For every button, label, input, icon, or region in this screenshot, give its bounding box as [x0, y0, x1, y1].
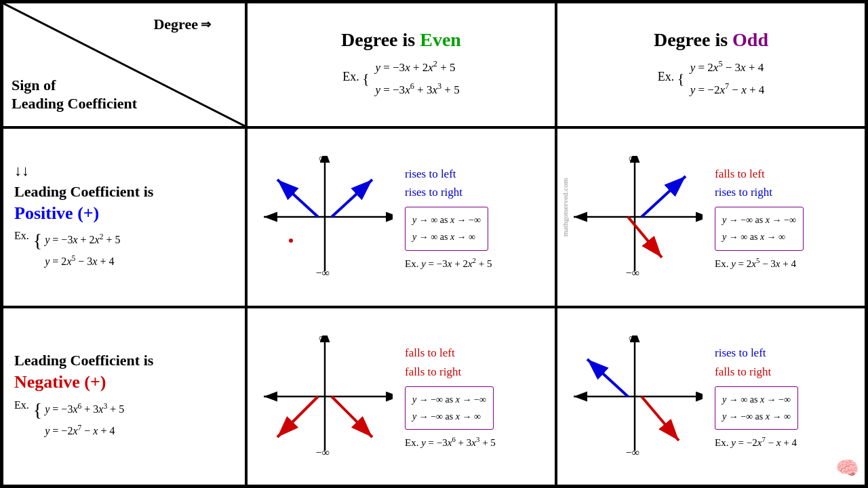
- positive-odd-graph: ∞ −∞: [560, 131, 709, 303]
- even-eq1: y = −3x + 2x2 + 5: [375, 56, 459, 78]
- svg-text:−∞: −∞: [316, 267, 330, 278]
- svg-line-18: [277, 396, 318, 437]
- negative-title: Leading Coefficient is Negative (+): [14, 351, 234, 393]
- ne-example: Ex. y = −3x6 + 3x3 + 5: [405, 435, 496, 449]
- main-grid: Sign ofLeading Coefficient Degree ⇒ Degr…: [0, 0, 868, 488]
- svg-text:−∞: −∞: [626, 267, 639, 278]
- positive-eq2: y = 2x5 − 3x + 4: [45, 251, 120, 272]
- svg-point-7: [289, 239, 293, 243]
- po-behavior2: rises to right: [715, 186, 772, 199]
- svg-line-19: [332, 396, 372, 437]
- svg-text:∞: ∞: [319, 336, 326, 344]
- negative-word: Negative (+): [14, 372, 106, 392]
- svg-text:−∞: −∞: [316, 447, 330, 458]
- positive-even-info: rises to left rises to right y → ∞ as x …: [399, 131, 552, 303]
- no-limit1: y → ∞ as x → −∞: [722, 391, 791, 408]
- header-cell: Sign ofLeading Coefficient Degree ⇒: [2, 2, 246, 127]
- ne-limit2: y → −∞ as x → ∞: [412, 408, 486, 425]
- negative-eq1: y = −3x6 + 3x3 + 5: [45, 399, 124, 420]
- svg-text:∞: ∞: [629, 156, 636, 164]
- positive-even-behavior: rises to left rises to right: [405, 165, 462, 201]
- odd-word: Odd: [732, 29, 768, 50]
- negative-odd-limits: y → ∞ as x → −∞ y → −∞ as x → ∞: [715, 386, 798, 430]
- odd-eq2: y = −2x7 − x + 4: [690, 79, 765, 100]
- positive-example: Ex. { y = −3x + 2x2 + 5 y = 2x5 − 3x + 4: [14, 230, 234, 272]
- svg-line-24: [587, 359, 628, 396]
- positive-odd-behavior: falls to left rises to right: [715, 165, 772, 201]
- ne-behavior2: falls to right: [405, 365, 461, 378]
- positive-odd-cell: ∞ −∞ falls to left rises to right y → −∞…: [556, 127, 866, 307]
- no-behavior1: rises to left: [715, 346, 766, 359]
- pe-example: Ex. y = −3x + 2x2 + 5: [405, 256, 492, 270]
- negative-eq2: y = −2x7 − x + 4: [45, 421, 124, 441]
- sign-label: Sign ofLeading Coefficient: [12, 77, 137, 113]
- positive-even-graph: ∞ −∞: [250, 131, 399, 303]
- degree-label: Degree ⇒: [153, 16, 211, 33]
- positive-even-axes: ∞ −∞: [257, 156, 393, 278]
- negative-desc: Leading Coefficient is Negative (+) Ex. …: [2, 307, 246, 487]
- svg-line-25: [642, 396, 679, 441]
- ne-limit1: y → −∞ as x → −∞: [412, 391, 486, 408]
- negative-odd-axes: ∞ −∞: [567, 336, 703, 458]
- positive-odd-axes: ∞ −∞: [567, 156, 703, 278]
- pe-behavior1: rises to left: [405, 167, 456, 180]
- pe-limit1: y → ∞ as x → −∞: [412, 211, 481, 228]
- negative-odd-behavior: rises to left falls to right: [715, 344, 771, 380]
- positive-eq1: y = −3x + 2x2 + 5: [45, 230, 120, 250]
- brain-icon: 🧠: [835, 457, 859, 479]
- positive-desc: ↓↓ Leading Coefficient is Positive (+) E…: [2, 127, 246, 307]
- no-limit2: y → −∞ as x → ∞: [722, 408, 791, 425]
- po-limit1: y → −∞ as x → −∞: [722, 211, 796, 228]
- negative-odd-graph: ∞ −∞: [560, 311, 709, 483]
- svg-line-12: [642, 176, 686, 217]
- even-eq2: y = −3x6 + 3x3 + 5: [375, 79, 459, 100]
- po-example: Ex. y = 2x5 − 3x + 4: [715, 256, 796, 270]
- positive-title: Leading Coefficient is Positive (+): [14, 182, 234, 224]
- negative-odd-cell: ∞ −∞ rises to left falls to right y → ∞ …: [556, 307, 866, 487]
- positive-even-limits: y → ∞ as x → −∞ y → ∞ as x → ∞: [405, 207, 488, 250]
- negative-even-graph: ∞ −∞: [250, 311, 399, 483]
- even-header: Degree is Even Ex. { y = −3x + 2x2 + 5 y…: [246, 2, 556, 127]
- odd-title: Degree is Odd: [654, 29, 768, 51]
- svg-text:∞: ∞: [629, 336, 636, 344]
- odd-header: Degree is Odd Ex. { y = 2x5 − 3x + 4 y =…: [556, 2, 866, 127]
- svg-line-6: [332, 180, 372, 217]
- positive-even-cell: ∞ −∞ rise: [246, 127, 556, 307]
- svg-line-13: [628, 217, 662, 258]
- svg-text:∞: ∞: [319, 156, 326, 164]
- po-limit2: y → ∞ as x → ∞: [722, 228, 796, 245]
- negative-example: Ex. { y = −3x6 + 3x3 + 5 y = −2x7 − x + …: [14, 399, 234, 441]
- pe-limit2: y → ∞ as x → ∞: [412, 228, 481, 245]
- svg-line-5: [277, 180, 318, 217]
- negative-even-cell: ∞ −∞ falls to left falls to right y → −∞…: [246, 307, 556, 487]
- no-example: Ex. y = −2x7 − x + 4: [715, 435, 797, 449]
- negative-even-axes: ∞ −∞: [257, 336, 393, 458]
- odd-eq1: y = 2x5 − 3x + 4: [690, 56, 765, 78]
- even-examples: Ex. { y = −3x + 2x2 + 5 y = −3x6 + 3x3 +…: [342, 56, 459, 100]
- even-word: Even: [420, 29, 461, 50]
- even-title: Degree is Even: [341, 29, 461, 51]
- positive-odd-info: falls to left rises to right y → −∞ as x…: [709, 131, 862, 303]
- po-behavior1: falls to left: [715, 167, 765, 180]
- odd-examples: Ex. { y = 2x5 − 3x + 4 y = −2x7 − x + 4: [658, 56, 765, 100]
- negative-even-limits: y → −∞ as x → −∞ y → −∞ as x → ∞: [405, 386, 494, 430]
- pe-behavior2: rises to right: [405, 186, 462, 199]
- positive-word: Positive (+): [14, 203, 99, 223]
- no-behavior2: falls to right: [715, 365, 771, 378]
- svg-text:−∞: −∞: [626, 447, 639, 458]
- negative-even-info: falls to left falls to right y → −∞ as x…: [399, 311, 552, 483]
- ne-behavior1: falls to left: [405, 346, 455, 359]
- negative-even-behavior: falls to left falls to right: [405, 344, 461, 380]
- positive-odd-limits: y → −∞ as x → −∞ y → ∞ as x → ∞: [715, 207, 804, 250]
